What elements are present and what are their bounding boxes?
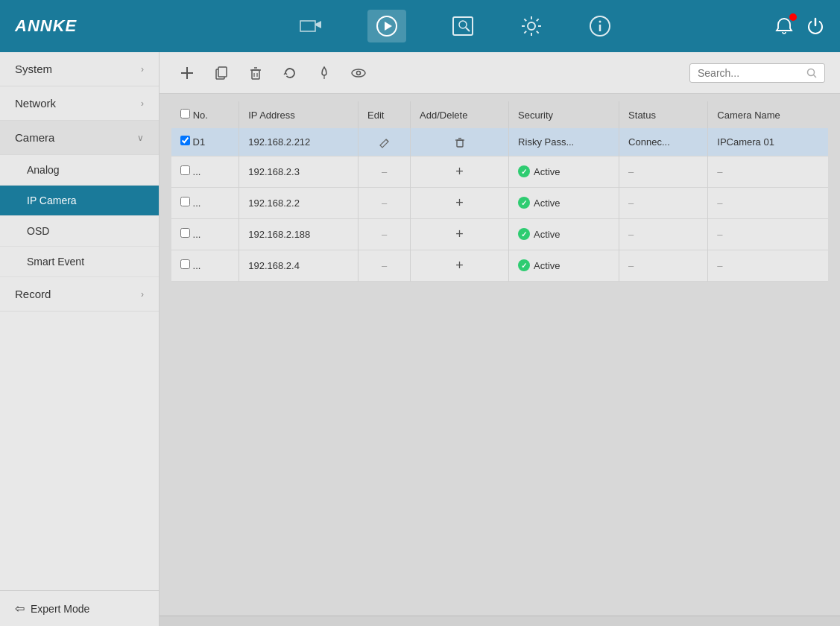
sidebar-item-system-label: System bbox=[15, 63, 52, 75]
col-camera-name: Camera Name bbox=[708, 101, 828, 128]
cell-no: ... bbox=[171, 218, 239, 250]
power-icon[interactable] bbox=[806, 16, 825, 36]
table-row[interactable]: ...192.168.2.2–+ Active–– bbox=[171, 187, 828, 218]
svg-line-22 bbox=[814, 75, 817, 78]
cell-edit[interactable] bbox=[359, 128, 411, 156]
cell-security: Active bbox=[509, 156, 619, 187]
svg-point-3 bbox=[459, 21, 467, 28]
table-row[interactable]: ...192.168.2.4–+ Active–– bbox=[171, 250, 828, 281]
nav-camera[interactable] bbox=[299, 14, 323, 38]
content-area: No. IP Address Edit Add/Delete Security … bbox=[160, 52, 840, 626]
notification-badge bbox=[789, 13, 797, 21]
activate-button[interactable] bbox=[312, 60, 337, 86]
row-checkbox[interactable] bbox=[180, 228, 190, 238]
sidebar-item-record[interactable]: Record › bbox=[0, 277, 159, 312]
cell-camera-name: – bbox=[708, 250, 828, 281]
svg-rect-24 bbox=[457, 140, 463, 147]
main-layout: System › Network › Camera ∨ Analog IP Ca… bbox=[0, 52, 840, 626]
sidebar-sub-ip-camera[interactable]: IP Camera bbox=[0, 186, 159, 216]
nav-playback[interactable] bbox=[367, 10, 406, 42]
row-checkbox[interactable] bbox=[180, 197, 190, 206]
svg-point-5 bbox=[528, 22, 535, 30]
cell-ip: 192.168.2.3 bbox=[239, 156, 359, 187]
col-checkbox: No. bbox=[171, 101, 239, 128]
header-nav bbox=[136, 10, 774, 42]
table-row[interactable]: ...192.168.2.3–+ Active–– bbox=[171, 156, 828, 187]
svg-rect-13 bbox=[252, 70, 259, 79]
sidebar-item-system[interactable]: System › bbox=[0, 52, 159, 86]
camera-table: No. IP Address Edit Add/Delete Security … bbox=[171, 101, 828, 282]
svg-point-19 bbox=[352, 69, 365, 77]
cell-edit: – bbox=[359, 250, 411, 281]
bell-icon-wrap[interactable] bbox=[774, 16, 794, 36]
sidebar-sub-analog[interactable]: Analog bbox=[0, 155, 159, 186]
cell-ip: 192.168.2.2 bbox=[239, 187, 359, 218]
expert-mode-button[interactable]: ⇦ Expert Mode bbox=[0, 590, 159, 626]
cell-camera-name: – bbox=[708, 218, 828, 250]
logo: ANNKE bbox=[15, 16, 77, 36]
svg-point-21 bbox=[808, 69, 815, 75]
row-checkbox[interactable] bbox=[180, 165, 190, 175]
expert-mode-icon: ⇦ bbox=[15, 601, 25, 616]
cell-security: Active bbox=[509, 218, 619, 250]
cell-ip: 192.168.2.4 bbox=[239, 250, 359, 281]
sidebar-item-camera[interactable]: Camera ∨ bbox=[0, 121, 159, 155]
cell-status: – bbox=[619, 250, 708, 281]
select-all-checkbox[interactable] bbox=[180, 109, 190, 118]
svg-rect-2 bbox=[453, 17, 473, 35]
sidebar-item-record-label: Record bbox=[15, 288, 51, 300]
cell-add-delete[interactable]: + bbox=[411, 218, 509, 250]
cell-no: ... bbox=[171, 187, 239, 218]
cell-camera-name: – bbox=[708, 187, 828, 218]
cell-status: – bbox=[619, 187, 708, 218]
sidebar-sub-smart-event[interactable]: Smart Event bbox=[0, 247, 159, 277]
cell-camera-name: – bbox=[708, 156, 828, 187]
row-checkbox[interactable] bbox=[180, 259, 190, 269]
toolbar bbox=[160, 52, 840, 94]
header: ANNKE bbox=[0, 0, 840, 52]
cell-no: ... bbox=[171, 156, 239, 187]
cell-add-delete[interactable]: + bbox=[411, 250, 509, 281]
chevron-right-icon: › bbox=[141, 64, 144, 75]
cell-add-delete[interactable]: + bbox=[411, 187, 509, 218]
horizontal-scrollbar[interactable] bbox=[160, 616, 840, 626]
cell-ip: 192.168.2.188 bbox=[239, 218, 359, 250]
col-security: Security bbox=[509, 101, 619, 128]
eye-button[interactable] bbox=[346, 60, 371, 86]
svg-line-23 bbox=[386, 139, 388, 142]
svg-marker-1 bbox=[385, 22, 392, 31]
svg-line-4 bbox=[466, 28, 470, 31]
add-button[interactable] bbox=[174, 60, 200, 86]
sidebar-sub-osd[interactable]: OSD bbox=[0, 216, 159, 247]
cell-status: Connec... bbox=[619, 128, 708, 156]
chevron-down-icon: ∨ bbox=[137, 133, 144, 143]
chevron-right-icon: › bbox=[141, 98, 144, 109]
svg-rect-12 bbox=[218, 67, 227, 77]
table-row[interactable]: D1192.168.2.212Risky Pass...Connec...IPC… bbox=[171, 128, 828, 156]
row-checkbox[interactable] bbox=[180, 136, 190, 145]
search-input[interactable] bbox=[698, 67, 802, 79]
sidebar: System › Network › Camera ∨ Analog IP Ca… bbox=[0, 52, 160, 626]
cell-add-delete[interactable] bbox=[411, 128, 509, 156]
cell-camera-name: IPCamera 01 bbox=[708, 128, 828, 156]
cell-add-delete[interactable]: + bbox=[411, 156, 509, 187]
nav-search[interactable] bbox=[451, 14, 475, 38]
expert-mode-label: Expert Mode bbox=[31, 603, 89, 615]
sidebar-item-network[interactable]: Network › bbox=[0, 86, 159, 121]
nav-settings[interactable] bbox=[520, 14, 543, 38]
refresh-button[interactable] bbox=[277, 60, 303, 86]
delete-button[interactable] bbox=[243, 60, 268, 86]
sidebar-item-camera-label: Camera bbox=[15, 131, 54, 144]
copy-button[interactable] bbox=[209, 60, 234, 86]
table-row[interactable]: ...192.168.2.188–+ Active–– bbox=[171, 218, 828, 250]
col-edit: Edit bbox=[359, 101, 411, 128]
nav-info[interactable] bbox=[588, 14, 612, 38]
cell-edit: – bbox=[359, 156, 411, 187]
cell-edit: – bbox=[359, 218, 411, 250]
chevron-right-icon: › bbox=[141, 289, 144, 300]
cell-status: – bbox=[619, 218, 708, 250]
cell-security: Risky Pass... bbox=[509, 128, 619, 156]
cell-status: – bbox=[619, 156, 708, 187]
search-box[interactable] bbox=[689, 63, 825, 83]
svg-point-20 bbox=[357, 71, 361, 75]
